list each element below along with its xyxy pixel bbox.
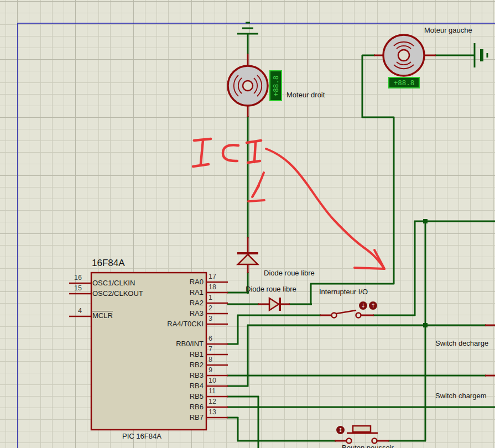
pin-name-ra2: RA2 (138, 299, 204, 308)
pin-name-ra0: RA0 (138, 278, 204, 286)
motor-right-display: +88.8 (269, 70, 282, 101)
diode-freewheel-vertical[interactable] (237, 237, 258, 273)
switch-toggle-down-button[interactable]: ↓ (359, 301, 367, 310)
pin-num-8: 8 (209, 356, 212, 363)
chip-title: 16F84A (92, 258, 125, 268)
pin-name-rb1: RB1 (138, 350, 204, 359)
pin-num-11: 11 (209, 387, 216, 395)
arrow-down-icon: ↓ (361, 303, 365, 309)
pin-name-osc2: OSC2/CLKOUT (92, 289, 143, 298)
push-button-actuator[interactable]: ↕ (336, 426, 345, 434)
pin-name-ra4: RA4/T0CKI (138, 320, 204, 329)
pin-num-2: 2 (209, 304, 212, 312)
ground-symbol[interactable] (237, 23, 258, 34)
pin-name-rb5: RB5 (138, 392, 204, 401)
pin-name-rb7: RB7 (138, 413, 204, 422)
pin-num-10: 10 (209, 377, 216, 384)
schematic-canvas[interactable]: ICI Moteur droit Moteur gauche Diode rou… (0, 0, 495, 448)
pin-num-1: 1 (209, 294, 212, 301)
pin-name-ra1: RA1 (138, 288, 204, 297)
pin-name-osc1: OSC1/CLKIN (92, 279, 135, 288)
pin-num-18: 18 (209, 283, 216, 291)
pin-name-mclr: MCLR (92, 311, 113, 320)
pin-name-rb3: RB3 (138, 371, 204, 380)
chip-subtitle: PIC 16F84A (122, 432, 161, 440)
pin-num-17: 17 (209, 273, 216, 280)
motor-left[interactable] (374, 35, 436, 76)
label-push-button: Bouton poussoir (342, 444, 394, 448)
arrow-updown-icon: ↕ (338, 427, 342, 433)
pin-num-4: 4 (66, 307, 82, 315)
pin-name-rb0: RB0/INT (138, 340, 204, 348)
motor-left-display: +88.8 (388, 77, 420, 88)
pin-num-6: 6 (209, 335, 212, 342)
arrow-up-icon: ↑ (371, 303, 375, 309)
label-diode-1: Diode roue libre (264, 269, 315, 277)
pin-num-12: 12 (209, 398, 216, 405)
label-motor-right: Moteur droit (286, 91, 325, 99)
motor-right[interactable] (228, 54, 268, 117)
edge-leads (485, 325, 495, 376)
schematic-graphics (0, 0, 495, 448)
label-switch-charge: Switch chargem (435, 392, 486, 400)
pin-num-9: 9 (209, 366, 212, 374)
switch-toggle-up-button[interactable]: ↑ (369, 301, 377, 310)
pin-num-15: 15 (66, 284, 82, 292)
pin-name-rb6: RB6 (138, 403, 204, 411)
annotation-ici-strokes (193, 139, 261, 166)
io-switch[interactable] (320, 310, 374, 318)
pin-name-rb4: RB4 (138, 382, 204, 390)
label-diode-2: Diode roue libre (246, 285, 296, 293)
wires (227, 34, 495, 448)
label-io-switch: Interrupteur I/O (319, 288, 368, 296)
pin-num-7: 7 (209, 345, 212, 353)
pin-name-rb2: RB2 (138, 361, 204, 369)
pin-name-ra3: RA3 (138, 309, 204, 318)
pin-num-13: 13 (209, 408, 216, 416)
label-motor-left: Moteur gauche (424, 26, 472, 34)
annotation-arrows (248, 149, 384, 269)
pin-num-16: 16 (66, 274, 82, 282)
label-switch-discharge: Switch decharge (435, 339, 488, 347)
pin-num-3: 3 (209, 315, 212, 322)
battery[interactable] (475, 43, 487, 67)
diode-freewheel-horizontal[interactable] (258, 298, 290, 311)
